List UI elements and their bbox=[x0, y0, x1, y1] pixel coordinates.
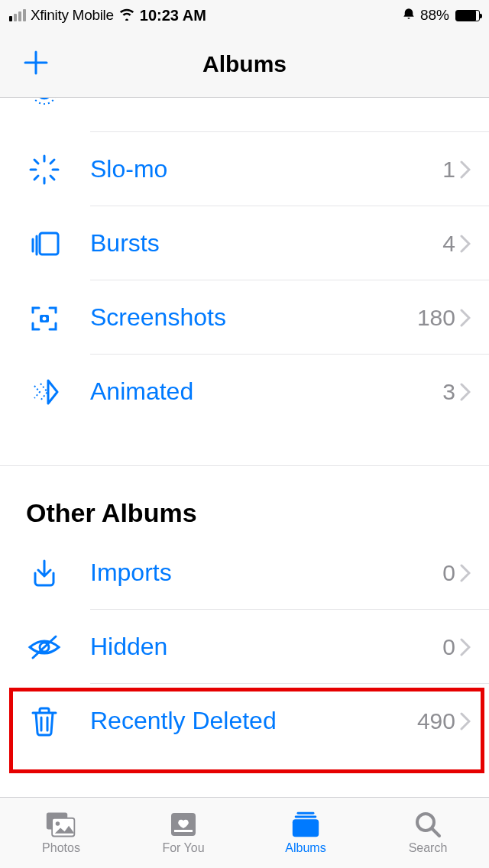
content-area: Live Photos 21 Slo-mo 1 Bursts 4 bbox=[0, 98, 489, 797]
row-bursts[interactable]: Bursts 4 bbox=[0, 206, 489, 280]
animated-icon bbox=[26, 374, 63, 410]
tab-label: Photos bbox=[42, 841, 80, 855]
row-count: 4 bbox=[442, 231, 455, 257]
svg-line-7 bbox=[34, 160, 38, 164]
tab-label: For You bbox=[162, 841, 204, 855]
albums-tab-icon bbox=[290, 811, 322, 838]
live-photos-icon bbox=[26, 98, 63, 110]
svg-rect-17 bbox=[52, 818, 74, 837]
row-recently-deleted[interactable]: Recently Deleted 490 bbox=[0, 684, 489, 758]
row-animated[interactable]: Animated 3 bbox=[0, 355, 489, 429]
chevron-right-icon bbox=[460, 564, 471, 582]
alarm-icon bbox=[402, 7, 416, 24]
row-hidden[interactable]: Hidden 0 bbox=[0, 610, 489, 684]
svg-line-9 bbox=[34, 176, 38, 180]
navigation-bar: Albums bbox=[0, 31, 489, 98]
row-count: 180 bbox=[417, 305, 455, 331]
svg-point-13 bbox=[43, 316, 47, 320]
row-label: Live Photos bbox=[63, 98, 430, 102]
battery-percentage: 88% bbox=[420, 7, 449, 24]
tab-photos[interactable]: Photos bbox=[0, 798, 122, 868]
svg-rect-21 bbox=[297, 812, 315, 815]
svg-line-8 bbox=[50, 176, 54, 180]
row-label: Imports bbox=[63, 559, 442, 587]
row-count: 0 bbox=[442, 634, 455, 660]
slo-mo-icon bbox=[26, 151, 63, 188]
svg-rect-11 bbox=[40, 233, 58, 254]
row-count: 21 bbox=[430, 98, 455, 99]
row-label: Animated bbox=[63, 377, 442, 406]
row-screenshots[interactable]: Screenshots 180 bbox=[0, 280, 489, 355]
chevron-right-icon bbox=[460, 638, 471, 656]
tab-search[interactable]: Search bbox=[367, 798, 489, 868]
row-label: Screenshots bbox=[63, 303, 417, 332]
svg-rect-20 bbox=[174, 830, 193, 832]
svg-line-25 bbox=[432, 829, 439, 836]
svg-line-10 bbox=[50, 160, 54, 164]
add-button[interactable] bbox=[23, 45, 49, 83]
carrier-label: Xfinity Mobile bbox=[31, 7, 114, 24]
screenshots-icon bbox=[26, 300, 63, 336]
row-label: Recently Deleted bbox=[63, 707, 417, 735]
svg-rect-23 bbox=[293, 819, 319, 837]
chevron-right-icon bbox=[460, 235, 471, 253]
wifi-icon bbox=[118, 7, 135, 24]
row-live-photos[interactable]: Live Photos 21 bbox=[0, 98, 489, 132]
svg-point-0 bbox=[37, 98, 51, 99]
row-imports[interactable]: Imports 0 bbox=[0, 536, 489, 610]
row-label: Slo-mo bbox=[63, 155, 442, 183]
cellular-signal-icon bbox=[9, 9, 26, 21]
svg-rect-22 bbox=[295, 816, 317, 818]
clock-time: 10:23 AM bbox=[140, 7, 206, 24]
svg-line-15 bbox=[33, 636, 56, 658]
search-tab-icon bbox=[412, 811, 444, 838]
battery-icon bbox=[455, 10, 480, 21]
status-bar: Xfinity Mobile 10:23 AM 88% bbox=[0, 0, 489, 31]
chevron-right-icon bbox=[460, 383, 471, 401]
foryou-tab-icon bbox=[167, 811, 199, 838]
trash-icon bbox=[26, 703, 63, 740]
row-label: Bursts bbox=[63, 229, 442, 257]
chevron-right-icon bbox=[460, 160, 471, 179]
row-count: 3 bbox=[442, 379, 455, 405]
hidden-icon bbox=[26, 629, 63, 666]
tab-foryou[interactable]: For You bbox=[122, 798, 244, 868]
row-count: 1 bbox=[442, 157, 455, 183]
row-count: 0 bbox=[442, 560, 455, 586]
tab-bar: Photos For You Albums Search bbox=[0, 797, 489, 868]
svg-point-18 bbox=[56, 821, 60, 825]
row-slo-mo[interactable]: Slo-mo 1 bbox=[0, 132, 489, 206]
photos-tab-icon bbox=[45, 811, 77, 838]
chevron-right-icon bbox=[460, 712, 471, 730]
bursts-icon bbox=[26, 225, 63, 262]
imports-icon bbox=[26, 555, 63, 591]
row-label: Hidden bbox=[63, 633, 442, 661]
tab-label: Search bbox=[409, 841, 448, 855]
row-count: 490 bbox=[417, 708, 455, 734]
chevron-right-icon bbox=[460, 309, 471, 327]
tab-albums[interactable]: Albums bbox=[244, 798, 367, 868]
tab-label: Albums bbox=[285, 841, 325, 855]
page-title: Albums bbox=[202, 51, 287, 77]
other-albums-header: Other Albums bbox=[0, 466, 489, 536]
